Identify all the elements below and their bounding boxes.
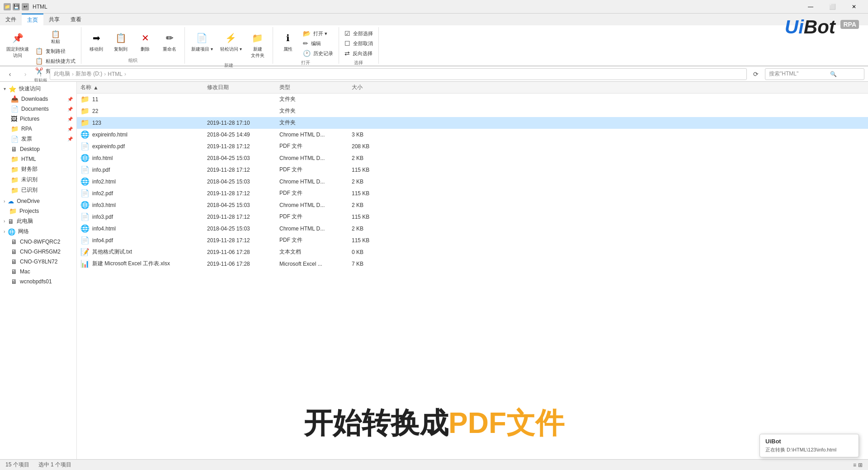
paste-shortcut-button[interactable]: 📋 粘贴快捷方式 [33, 56, 77, 66]
sidebar-item-cnog5[interactable]: 🖥 CNO-GHR5GM2 [0, 247, 76, 257]
file-row[interactable]: 📄 info.pdf 2019-11-28 17:12 PDF 文件 115 K… [77, 164, 868, 176]
file-type: PDF 文件 [279, 142, 352, 150]
file-icon: 📄 [80, 165, 90, 174]
search-box[interactable]: 搜索"HTML" 🔍 [765, 68, 864, 80]
od-expand: › [4, 199, 5, 204]
file-row[interactable]: 🌐 info3.html 2018-04-25 15:03 Chrome HTM… [77, 199, 868, 211]
tab-file[interactable]: 文件 [0, 14, 22, 25]
select-none-button[interactable]: ☐ 全部取消 [343, 39, 375, 48]
file-date: 2018-04-25 15:03 [207, 179, 279, 185]
sidebar-item-pictures[interactable]: 🖼 Pictures 📌 [0, 114, 76, 124]
tab-home[interactable]: 主页 [22, 14, 43, 25]
address-path[interactable]: 此电脑 › 新加卷 (D:) › HTML › [50, 68, 747, 80]
new-folder-button[interactable]: 📁 新建文件夹 [246, 29, 269, 61]
file-row[interactable]: 📄 info2.pdf 2019-11-28 17:12 PDF 文件 115 … [77, 188, 868, 199]
sidebar-item-unknown[interactable]: 📁 未识别 [0, 174, 76, 185]
edit-button[interactable]: ✏ 编辑 [301, 39, 335, 48]
copy-path-button[interactable]: 📋 复制路径 [33, 47, 77, 56]
file-date: 2019-11-28 17:12 [207, 167, 279, 173]
sidebar-item-network[interactable]: › 🌐 网络 [0, 226, 76, 237]
sidebar-item-thispc[interactable]: › 🖥 此电脑 [0, 216, 76, 226]
docs-pin-icon: 📌 [67, 107, 73, 112]
minimize-button[interactable]: — [800, 0, 821, 14]
refresh-button[interactable]: ⟳ [750, 68, 762, 80]
file-row[interactable]: 🌐 info2.html 2018-04-25 15:03 Chrome HTM… [77, 176, 868, 188]
col-header-type[interactable]: 类型 [279, 84, 352, 91]
cno8w-label: CNO-8WFQRC2 [20, 239, 60, 245]
sidebar-item-wcno[interactable]: 🖥 wcnobpdfs01 [0, 277, 76, 287]
sidebar-item-projects[interactable]: 📁 Projects [0, 206, 76, 216]
paste-button[interactable]: 📋 粘贴 [33, 29, 77, 46]
back-button[interactable]: ‹ [4, 68, 16, 80]
up-button[interactable]: ↑ [34, 68, 47, 80]
properties-button[interactable]: ℹ 属性 [277, 29, 299, 54]
invert-select-button[interactable]: ⇄ 反向选择 [343, 49, 375, 58]
sidebar-item-invoice[interactable]: 📄 发票 📌 [0, 134, 76, 144]
file-name: info3.pdf [92, 214, 113, 220]
file-row[interactable]: 📁 11 文件夹 [77, 94, 868, 105]
file-row[interactable]: 🌐 info.html 2018-04-25 15:03 Chrome HTML… [77, 152, 868, 164]
sidebar-item-html[interactable]: 📁 HTML [0, 154, 76, 164]
sidebar-item-cno8w[interactable]: 🖥 CNO-8WFQRC2 [0, 237, 76, 247]
sidebar-item-cnog8[interactable]: 🖥 CNO-GY8LN72 [0, 257, 76, 267]
file-row[interactable]: 📄 info3.pdf 2019-11-28 17:12 PDF 文件 115 … [77, 211, 868, 223]
file-type: Chrome HTML D... [279, 226, 352, 232]
select-all-button[interactable]: ☑ 全部选择 [343, 29, 375, 38]
organize-buttons: ➡ 移动到 📋 复制到 ✕ 删除 ✏ 重命名 [85, 27, 181, 56]
move-to-button[interactable]: ➡ 移动到 [85, 29, 108, 54]
file-name-cell: 📊 新建 Microsoft Excel 工作表.xlsx [80, 259, 207, 268]
selected-count: 选中 1 个项目 [38, 461, 71, 469]
history-button[interactable]: 🕐 历史记录 [301, 49, 335, 58]
col-header-size[interactable]: 大小 [352, 84, 397, 91]
sidebar-item-recognized[interactable]: 📁 已识别 [0, 185, 76, 195]
file-type: PDF 文件 [279, 166, 352, 174]
save-icon: 💾 [13, 3, 20, 10]
file-icon: 📁 [80, 107, 90, 115]
cnog5-icon: 🖥 [11, 248, 17, 255]
thispc-icon: 🖥 [8, 218, 14, 225]
file-name-cell: 📄 info3.pdf [80, 212, 207, 221]
sidebar-item-mac[interactable]: 🖥 Mac [0, 267, 76, 277]
sidebar-item-rpa[interactable]: 📁 RPA 📌 [0, 124, 76, 134]
copy-to-button[interactable]: 📋 复制到 [109, 29, 132, 54]
quick-access-header[interactable]: ▾ ⭐ 快速访问 [0, 84, 76, 94]
sidebar-item-desktop[interactable]: 🖥 Desktop [0, 144, 76, 154]
tab-share[interactable]: 共享 [43, 14, 65, 25]
path-part1: 此电脑 [54, 70, 70, 78]
sidebar-item-documents[interactable]: 📄 Documents 📌 [0, 104, 76, 114]
sidebar-item-onedrive[interactable]: › ☁ OneDrive [0, 196, 76, 206]
wcno-icon: 🖥 [11, 278, 17, 285]
open-button[interactable]: 📂 打开 ▾ [301, 29, 335, 38]
rename-button[interactable]: ✏ 重命名 [158, 29, 181, 54]
sidebar-item-downloads[interactable]: 📥 Downloads 📌 [0, 94, 76, 104]
file-row[interactable]: 📄 info4.pdf 2019-11-28 17:12 PDF 文件 115 … [77, 235, 868, 246]
tab-view[interactable]: 查看 [65, 14, 87, 25]
pin-quick-access-button[interactable]: 📌 固定到快速访问 [4, 29, 32, 61]
forward-button[interactable]: › [19, 68, 32, 80]
sidebar-item-finance[interactable]: 📁 财务部 [0, 164, 76, 174]
col-header-name[interactable]: 名称 ▲ [80, 84, 207, 91]
grid-view-icon[interactable]: ⊞ [858, 462, 863, 468]
file-row[interactable]: 📁 22 文件夹 [77, 105, 868, 117]
file-row[interactable]: 📝 其他格式测试.txt 2019-11-06 17:28 文本文档 0 KB [77, 246, 868, 258]
logo-bot: Bot [804, 16, 835, 38]
pc-expand: › [4, 219, 5, 224]
recognized-label: 已识别 [21, 186, 38, 194]
col-header-date[interactable]: 修改日期 [207, 84, 279, 91]
file-size: 115 KB [352, 190, 397, 197]
delete-button[interactable]: ✕ 删除 [134, 29, 156, 54]
file-row[interactable]: 📊 新建 Microsoft Excel 工作表.xlsx 2019-11-06… [77, 258, 868, 270]
close-button[interactable]: ✕ [844, 0, 864, 14]
file-name: 新建 Microsoft Excel 工作表.xlsx [92, 260, 170, 268]
file-row[interactable]: 🌐 info4.html 2018-04-25 15:03 Chrome HTM… [77, 223, 868, 235]
file-row[interactable]: 📄 expireinfo.pdf 2019-11-28 17:12 PDF 文件… [77, 141, 868, 152]
file-date: 2019-11-28 17:10 [207, 120, 279, 126]
file-row[interactable]: 📁 123 2019-11-28 17:10 文件夹 [77, 117, 868, 129]
easy-access-button[interactable]: ⚡ 轻松访问 ▾ [217, 29, 245, 54]
list-view-icon[interactable]: ≡ [853, 462, 856, 468]
file-row[interactable]: 🌐 expireinfo.html 2018-04-25 14:49 Chrom… [77, 129, 868, 141]
new-item-button[interactable]: 📄 新建项目 ▾ [189, 29, 216, 54]
easy-access-label: 轻松访问 ▾ [220, 46, 242, 52]
maximize-button[interactable]: ⬜ [822, 0, 843, 14]
file-name-cell: 📄 info2.pdf [80, 189, 207, 197]
